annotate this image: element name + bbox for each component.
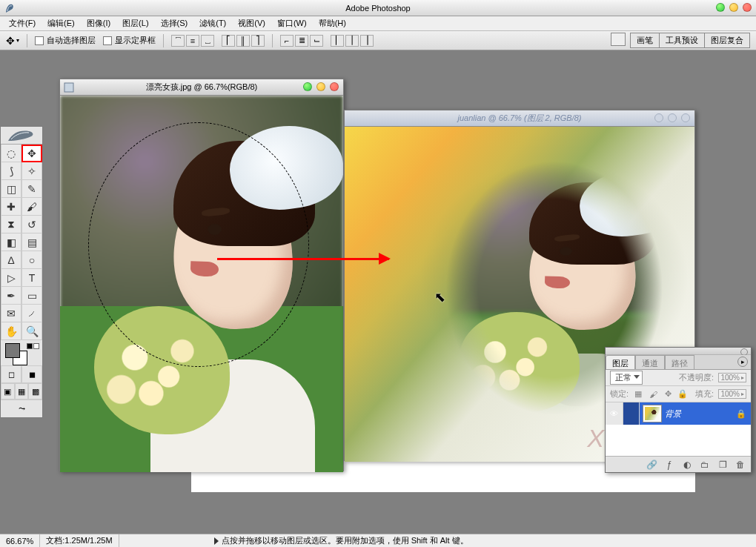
link-layers-icon[interactable]: 🔗 xyxy=(646,459,657,471)
tool-history-brush[interactable]: ↺ xyxy=(21,216,42,233)
tool-type[interactable]: T xyxy=(21,269,42,287)
layer-row-background[interactable]: 👁 背景 🔒 xyxy=(606,402,751,425)
tool-lasso[interactable]: ⟆ xyxy=(1,162,21,180)
default-colors-icon[interactable] xyxy=(27,343,39,349)
align-bottom-icon[interactable]: ⎵ xyxy=(201,35,214,47)
tool-pen[interactable]: ✒ xyxy=(1,287,21,305)
menu-edit[interactable]: 编辑(E) xyxy=(43,16,79,30)
doc1-close[interactable] xyxy=(330,82,339,91)
align-right-icon[interactable]: ⎤ xyxy=(251,35,265,47)
toolbox-header[interactable] xyxy=(1,127,42,145)
doc2-minimize[interactable] xyxy=(654,113,663,122)
tool-crop[interactable]: ◫ xyxy=(1,180,21,198)
screen-standard[interactable]: ▣ xyxy=(1,383,15,400)
tool-eyedropper[interactable]: ⟋ xyxy=(21,305,42,322)
doc2-titlebar[interactable]: juanlian @ 66.7% (图层 2, RGB/8) xyxy=(345,110,694,127)
standard-mode-button[interactable]: ◻ xyxy=(1,365,21,383)
tool-slice[interactable]: ✎ xyxy=(21,180,42,198)
tab-brushes[interactable]: 画笔 xyxy=(630,33,659,48)
tool-zoom[interactable]: 🔍 xyxy=(21,322,42,340)
dist-right-icon[interactable]: ⎥ xyxy=(360,35,374,47)
tab-layer-comps[interactable]: 图层复合 xyxy=(704,33,750,48)
dist-bottom-icon[interactable]: ⌙ xyxy=(310,35,323,47)
dist-top-icon[interactable]: ⌐ xyxy=(280,35,294,47)
doc2-zoom[interactable] xyxy=(668,113,677,122)
status-zoom[interactable]: 66.67% xyxy=(0,534,40,547)
tab-layers[interactable]: 图层 xyxy=(606,355,635,369)
layer-style-icon[interactable]: ƒ xyxy=(663,459,675,471)
layer-link-col[interactable] xyxy=(623,402,640,425)
foreground-color-swatch[interactable] xyxy=(5,343,20,358)
close-button[interactable] xyxy=(743,3,752,12)
dist-hcenter-icon[interactable]: ⎪ xyxy=(345,35,359,47)
tool-magic-wand[interactable]: ✧ xyxy=(21,162,42,180)
new-group-icon[interactable]: 🗀 xyxy=(699,459,711,471)
align-top-icon[interactable]: ⎴ xyxy=(171,35,185,47)
tool-marquee[interactable]: ◌ xyxy=(1,145,21,162)
tab-tool-presets[interactable]: 工具预设 xyxy=(659,33,704,48)
align-hcenter-icon[interactable]: ║ xyxy=(236,35,250,47)
quickmask-mode-button[interactable]: ◼ xyxy=(21,365,42,383)
doc1-minimize[interactable] xyxy=(303,82,312,91)
lock-all-icon[interactable]: 🔒 xyxy=(677,389,688,400)
layers-panel[interactable]: 图层 通道 路径 ▸ 正常 不透明度: 100% 锁定: ▦ 🖌 ✥ 🔒 填充:… xyxy=(605,347,752,473)
tool-gradient[interactable]: ▤ xyxy=(21,233,42,251)
panel-menu-button[interactable]: ▸ xyxy=(737,357,748,367)
tool-dodge[interactable]: ○ xyxy=(21,251,42,269)
fill-field[interactable]: 100% xyxy=(718,389,746,399)
panel-tabs: 图层 通道 路径 ▸ xyxy=(606,355,751,370)
document-window-1[interactable]: 漂亮女孩.jpg @ 66.7%(RGB/8) xyxy=(59,79,344,471)
show-bounding-box-checkbox[interactable]: 显示定界框 xyxy=(103,35,156,46)
status-docinfo[interactable]: 文档:1.25M/1.25M xyxy=(40,534,119,547)
align-vcenter-icon[interactable]: ≡ xyxy=(186,35,199,47)
menu-help[interactable]: 帮助(H) xyxy=(314,16,351,30)
layer-thumbnail[interactable] xyxy=(643,405,662,422)
tool-notes[interactable]: ✉ xyxy=(1,305,21,322)
tab-paths[interactable]: 路径 xyxy=(665,355,694,369)
menu-view[interactable]: 视图(V) xyxy=(233,16,270,30)
delete-layer-icon[interactable]: 🗑 xyxy=(735,459,746,471)
tab-channels[interactable]: 通道 xyxy=(635,355,665,369)
menu-select[interactable]: 选择(S) xyxy=(156,16,193,30)
menu-layer[interactable]: 图层(L) xyxy=(118,16,153,30)
dist-left-icon[interactable]: ⎢ xyxy=(331,35,344,47)
minimize-button[interactable] xyxy=(716,3,725,12)
opacity-field[interactable]: 100% xyxy=(718,373,746,382)
layer-visibility-toggle[interactable]: 👁 xyxy=(606,402,623,425)
tool-hand[interactable]: ✋ xyxy=(1,322,21,340)
new-layer-icon[interactable]: ❐ xyxy=(717,459,729,471)
tool-stamp[interactable]: ⧗ xyxy=(1,216,21,233)
menu-filter[interactable]: 滤镜(T) xyxy=(195,16,231,30)
tool-brush[interactable]: 🖌 xyxy=(21,198,42,216)
lock-transparent-icon[interactable]: ▦ xyxy=(633,389,643,400)
screen-full-menubar[interactable]: ▦ xyxy=(15,383,29,400)
panel-drag-handle[interactable] xyxy=(606,348,751,355)
screen-full[interactable]: ▩ xyxy=(28,383,42,400)
tool-healing[interactable]: ✚ xyxy=(1,198,21,216)
auto-select-layer-checkbox[interactable]: 自动选择图层 xyxy=(35,35,96,46)
tool-shape[interactable]: ▭ xyxy=(21,287,42,305)
doc1-canvas[interactable] xyxy=(60,96,343,472)
tool-path-select[interactable]: ▷ xyxy=(1,269,21,287)
menu-image[interactable]: 图像(I) xyxy=(82,16,115,30)
doc1-zoom[interactable] xyxy=(316,82,325,91)
align-left-icon[interactable]: ⎡ xyxy=(222,35,235,47)
tool-move[interactable]: ✥ xyxy=(21,145,42,162)
doc1-titlebar[interactable]: 漂亮女孩.jpg @ 66.7%(RGB/8) xyxy=(60,79,343,96)
jump-to-imageready[interactable]: ⤳ xyxy=(1,400,42,417)
lock-pixels-icon[interactable]: 🖌 xyxy=(648,389,658,400)
doc2-close[interactable] xyxy=(681,113,690,122)
blend-mode-select[interactable]: 正常 xyxy=(610,371,643,385)
color-swatches[interactable] xyxy=(1,340,42,365)
menu-file[interactable]: 文件(F) xyxy=(4,16,40,30)
layer-mask-icon[interactable]: ◐ xyxy=(681,459,693,471)
palette-well-icon[interactable] xyxy=(611,33,626,46)
tool-eraser[interactable]: ◧ xyxy=(1,233,21,251)
active-tool-indicator[interactable]: ✥ ▾ xyxy=(6,35,19,47)
lock-position-icon[interactable]: ✥ xyxy=(663,389,673,400)
dist-vcenter-icon[interactable]: ≣ xyxy=(295,35,308,47)
tool-blur[interactable]: ∆ xyxy=(1,251,21,269)
menu-window[interactable]: 窗口(W) xyxy=(273,16,311,30)
zoom-button[interactable] xyxy=(729,3,738,12)
tip-triangle-icon xyxy=(214,537,219,545)
